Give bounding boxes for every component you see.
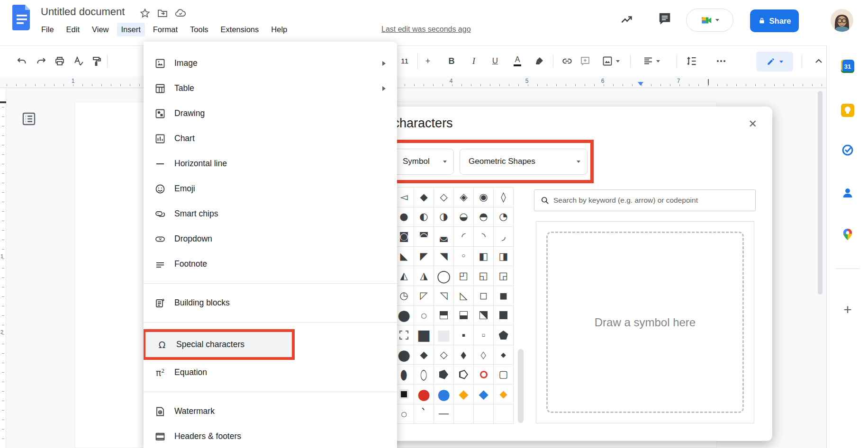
symbol-cell[interactable]: ◆ [494, 385, 513, 404]
symbol-cell[interactable]: ◇ [474, 345, 493, 365]
menubar-item-file[interactable]: File [37, 23, 58, 36]
symbol-cell[interactable]: ● [434, 385, 453, 404]
star-icon[interactable] [139, 8, 151, 19]
symbol-cell[interactable]: ○ [394, 404, 414, 424]
document-scrollbar[interactable] [818, 91, 823, 295]
share-button[interactable]: Share [750, 9, 799, 32]
symbol-cell[interactable]: ` [414, 404, 434, 424]
symbol-cell[interactable] [394, 385, 414, 404]
document-title[interactable]: Untitled document [41, 6, 125, 18]
symbol-cell[interactable]: ◝ [474, 227, 493, 246]
symbol-cell[interactable]: ◥ [434, 247, 453, 266]
symbol-cell[interactable]: ◔ [494, 207, 513, 227]
symbol-cell[interactable]: ▢ [494, 365, 513, 384]
account-avatar[interactable] [831, 9, 853, 32]
insert-menu-item-emoji[interactable]: Emoji [144, 176, 397, 201]
contacts-icon[interactable] [841, 186, 854, 199]
symbol-cell[interactable]: ◅ [394, 188, 414, 207]
print-button[interactable] [52, 53, 68, 69]
last-edit-link[interactable]: Last edit was seconds ago [381, 25, 471, 34]
move-folder-icon[interactable] [157, 8, 168, 19]
symbol-cell[interactable]: ◨ [494, 247, 513, 266]
symbol-cell[interactable]: ◇ [434, 188, 453, 207]
collapse-toolbar-button[interactable] [811, 53, 827, 69]
symbol-cell[interactable]: ◮ [414, 266, 434, 286]
calendar-icon[interactable]: 31 [841, 60, 854, 73]
symbol-cell[interactable]: ◸ [414, 286, 434, 305]
insert-menu-item-drawing[interactable]: Drawing [144, 101, 397, 126]
symbol-cell[interactable]: ― [434, 404, 453, 424]
symbol-cell[interactable]: ○ [414, 306, 434, 325]
menubar-item-insert[interactable]: Insert [117, 23, 145, 36]
close-icon[interactable]: ✕ [749, 119, 757, 129]
insert-menu-item-table[interactable]: Table [144, 76, 397, 101]
comments-icon[interactable] [658, 11, 672, 26]
text-color-button[interactable]: A [509, 53, 525, 69]
symbol-cell[interactable] [454, 365, 473, 384]
document-outline-icon[interactable] [21, 111, 37, 127]
symbol-cell[interactable]: ◯ [434, 266, 453, 286]
symbol-cell[interactable]: ◈ [454, 188, 473, 207]
symbol-cell[interactable] [434, 365, 453, 384]
symbol-cell[interactable]: ◆ [494, 345, 513, 365]
symbol-cell[interactable]: ◣ [394, 247, 414, 266]
symbol-cell[interactable]: ◛ [434, 227, 453, 246]
symbol-cell[interactable]: ◆ [414, 345, 434, 365]
symbol-cell[interactable] [394, 325, 414, 345]
symbol-cell[interactable]: ◧ [474, 247, 493, 266]
insert-menu-item-dropdown[interactable]: Dropdown [144, 226, 397, 251]
symbol-cell[interactable]: ◐ [414, 207, 434, 227]
symbol-cell[interactable]: ◭ [394, 266, 414, 286]
symbol-cell[interactable] [454, 306, 473, 325]
symbol-cell[interactable]: ● [394, 345, 414, 365]
insert-menu-item-equation[interactable]: π2Equation [144, 360, 397, 385]
font-size-increase-button[interactable]: + [420, 53, 436, 69]
maps-icon[interactable] [841, 228, 854, 241]
symbol-cell[interactable]: ◓ [474, 207, 493, 227]
google-docs-logo[interactable] [12, 5, 31, 30]
align-caret[interactable] [656, 60, 660, 63]
menubar-item-help[interactable]: Help [267, 23, 291, 36]
symbol-cell[interactable]: ◰ [454, 266, 473, 286]
symbol-cell[interactable]: ◙ [394, 227, 414, 246]
symbol-cell[interactable]: ◤ [414, 247, 434, 266]
symbol-cell[interactable]: ● [394, 306, 414, 325]
symbol-cell[interactable]: ◻ [474, 286, 493, 305]
insert-menu-item-smart-chips[interactable]: Smart chips [144, 201, 397, 226]
meet-dropdown-caret[interactable] [715, 19, 719, 21]
symbol-cell[interactable]: ● [414, 385, 434, 404]
keep-icon[interactable] [841, 104, 854, 117]
symbol-cell[interactable]: ◼ [494, 286, 513, 305]
draw-symbol-area[interactable]: Draw a symbol here [546, 232, 744, 413]
symbol-cell[interactable] [494, 306, 513, 325]
insert-menu-item-horizontal-line[interactable]: Horizontal line [144, 151, 397, 176]
top-margin-marker[interactable] [0, 101, 6, 103]
geometric-shapes-dropdown[interactable]: Geometric Shapes [460, 149, 588, 175]
align-button[interactable] [639, 53, 663, 69]
symbol-search-input[interactable] [553, 196, 750, 205]
symbol-cell[interactable]: ◑ [434, 207, 453, 227]
line-spacing-button[interactable] [684, 53, 700, 69]
redo-button[interactable] [33, 53, 49, 69]
vertical-ruler[interactable]: 12 [0, 88, 6, 448]
bold-button[interactable]: B [443, 53, 460, 69]
symbol-grid-scrollbar[interactable] [518, 349, 524, 423]
menubar-item-format[interactable]: Format [149, 23, 182, 36]
symbol-cell[interactable]: ■ [414, 325, 434, 345]
symbol-cell[interactable]: ◚ [414, 227, 434, 246]
meet-call-button[interactable] [686, 9, 733, 32]
symbol-cell[interactable]: ◲ [494, 266, 513, 286]
symbol-cell[interactable] [434, 306, 453, 325]
symbol-cell[interactable]: ▪ [454, 325, 473, 345]
symbol-cell[interactable]: ● [394, 365, 414, 384]
symbol-cell[interactable]: ■ [434, 325, 453, 345]
tasks-icon[interactable] [841, 143, 854, 157]
add-comment-button[interactable] [577, 53, 593, 69]
underline-button[interactable]: U [487, 53, 503, 69]
get-addons-button[interactable]: + [839, 301, 856, 318]
symbol-dropdown[interactable]: Symbol [394, 149, 454, 175]
editing-mode-button[interactable] [756, 52, 793, 72]
cloud-status-icon[interactable] [175, 8, 186, 19]
insert-image-button[interactable] [598, 53, 624, 69]
symbol-cell[interactable]: ▫ [474, 325, 493, 345]
